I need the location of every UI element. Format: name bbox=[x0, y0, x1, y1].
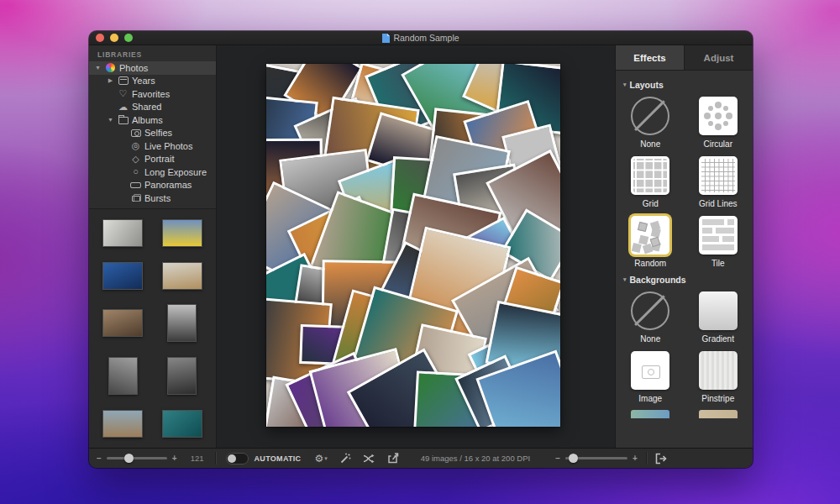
background-pinstripe[interactable]: Pinstripe bbox=[699, 351, 738, 403]
layout-grid[interactable]: Grid bbox=[631, 156, 669, 208]
grid-preview-icon bbox=[631, 156, 669, 195]
share-icon bbox=[387, 453, 399, 464]
photo-thumbnail[interactable] bbox=[162, 219, 202, 247]
bottom-toolbar: − + 121 AUTOMATIC ⚙ ▾ bbox=[89, 448, 753, 468]
shuffle-button[interactable] bbox=[363, 454, 375, 464]
tile-label: None bbox=[640, 139, 660, 149]
pinstripe-preview-icon bbox=[699, 351, 738, 390]
sidebar: LIBRARIES ▼Photos▶Years♡Favorites☁Shared… bbox=[89, 45, 217, 448]
sidebar-item-label: Panoramas bbox=[144, 180, 192, 190]
disclosure-triangle-icon[interactable]: ▼ bbox=[94, 65, 102, 71]
sidebar-item-bursts[interactable]: Bursts bbox=[89, 192, 216, 205]
sidebar-item-albums[interactable]: ▼Albums bbox=[89, 113, 216, 127]
photo-thumbnail[interactable] bbox=[108, 357, 138, 395]
photo-thumbnail[interactable] bbox=[167, 304, 197, 342]
tab-adjust[interactable]: Adjust bbox=[685, 45, 753, 70]
chevron-down-icon: ▾ bbox=[324, 455, 328, 462]
zoom-slider-knob[interactable] bbox=[124, 454, 134, 463]
background-gradient[interactable]: Gradient bbox=[699, 291, 738, 344]
zoom-in-button[interactable]: + bbox=[172, 454, 177, 463]
thumbnail-grid bbox=[89, 208, 216, 449]
toolbar-divider bbox=[646, 452, 647, 465]
effects-panel: Effects Adjust ▾ Layouts NoneCircularGri… bbox=[615, 45, 753, 448]
layouts-section-header[interactable]: ▾ Layouts bbox=[623, 80, 745, 90]
tile-label: Grid Lines bbox=[699, 199, 738, 208]
disclosure-triangle-icon[interactable]: ▼ bbox=[107, 117, 114, 123]
size-decrease-button[interactable]: − bbox=[555, 454, 560, 463]
sidebar-item-long-exposure[interactable]: ○Long Exposure bbox=[89, 165, 216, 179]
size-slider-knob[interactable] bbox=[569, 454, 578, 463]
collage-board bbox=[266, 64, 560, 427]
canvas-area bbox=[217, 45, 615, 448]
sidebar-item-label: Long Exposure bbox=[144, 167, 207, 177]
sidebar-item-portrait[interactable]: ◇Portrait bbox=[89, 153, 216, 166]
photo-thumbnail[interactable] bbox=[162, 410, 202, 438]
sidebar-item-label: Live Photos bbox=[144, 141, 192, 151]
live-icon: ◎ bbox=[130, 141, 141, 150]
tile-label: Grid bbox=[643, 199, 659, 208]
document-icon bbox=[382, 34, 390, 43]
zoom-button[interactable] bbox=[124, 34, 133, 42]
photo-thumbnail[interactable] bbox=[167, 357, 197, 395]
magic-wand-button[interactable] bbox=[339, 453, 351, 465]
libraries-header: LIBRARIES bbox=[89, 45, 216, 61]
sidebar-item-years[interactable]: ▶Years bbox=[89, 75, 216, 88]
automatic-toggle-knob[interactable] bbox=[228, 454, 236, 463]
layouts-grid: NoneCircularGridGrid LinesRandomTile bbox=[623, 97, 745, 268]
sidebar-item-label: Portrait bbox=[144, 154, 174, 164]
share-button[interactable] bbox=[387, 453, 399, 464]
close-button[interactable] bbox=[96, 34, 104, 42]
layout-tile[interactable]: Tile bbox=[699, 216, 738, 268]
zoom-percentage: 121 bbox=[191, 454, 204, 463]
layout-none[interactable]: None bbox=[631, 97, 669, 149]
sidebar-item-panoramas[interactable]: Panoramas bbox=[89, 179, 216, 192]
sidebar-item-live-photos[interactable]: ◎Live Photos bbox=[89, 139, 216, 153]
sidebar-item-favorites[interactable]: ♡Favorites bbox=[89, 87, 216, 101]
sidebar-item-label: Shared bbox=[132, 102, 161, 112]
panel-tabs: Effects Adjust bbox=[616, 45, 753, 71]
layout-grid-lines[interactable]: Grid Lines bbox=[699, 156, 738, 208]
photo-thumbnail[interactable] bbox=[102, 262, 143, 290]
random-preview-icon bbox=[631, 216, 669, 255]
photo-thumbnail[interactable] bbox=[102, 219, 143, 247]
gradient-preview-icon bbox=[699, 291, 738, 330]
panel-body: ▾ Layouts NoneCircularGridGrid LinesRand… bbox=[616, 71, 753, 448]
photo-thumbnail[interactable] bbox=[102, 309, 143, 337]
background-none[interactable]: None bbox=[631, 291, 669, 344]
export-button[interactable] bbox=[655, 453, 667, 465]
size-increase-button[interactable]: + bbox=[633, 454, 638, 463]
background-tile-partial[interactable] bbox=[699, 410, 738, 418]
tile-label: None bbox=[640, 334, 660, 344]
background-tile-partial[interactable] bbox=[631, 410, 669, 418]
size-slider[interactable] bbox=[565, 457, 627, 459]
tab-effects[interactable]: Effects bbox=[616, 45, 685, 70]
none-preview-icon bbox=[631, 97, 669, 135]
magic-wand-icon bbox=[339, 453, 351, 465]
disclosure-triangle-icon[interactable]: ▶ bbox=[107, 77, 114, 84]
toolbar-divider bbox=[215, 452, 216, 465]
app-window: Random Sample LIBRARIES ▼Photos▶Years♡Fa… bbox=[89, 31, 753, 468]
automatic-label: AUTOMATIC bbox=[255, 454, 302, 463]
title-bar[interactable]: Random Sample bbox=[89, 31, 753, 45]
sidebar-item-shared[interactable]: ☁Shared bbox=[89, 101, 216, 114]
settings-gears-button[interactable]: ⚙ ▾ bbox=[314, 453, 327, 465]
zoom-out-button[interactable]: − bbox=[97, 454, 102, 463]
background-image[interactable]: Image bbox=[631, 351, 669, 403]
sidebar-item-selfies[interactable]: Selfies bbox=[89, 127, 216, 140]
layout-random[interactable]: Random bbox=[631, 216, 669, 268]
sidebar-item-label: Selfies bbox=[144, 128, 172, 138]
backgrounds-grid-overflow bbox=[623, 410, 745, 418]
zoom-slider[interactable] bbox=[107, 457, 167, 459]
backgrounds-section-header[interactable]: ▾ Backgrounds bbox=[623, 275, 745, 285]
cube-icon: ◇ bbox=[130, 155, 141, 164]
sidebar-item-photos[interactable]: ▼Photos bbox=[89, 61, 216, 75]
photo-thumbnail[interactable] bbox=[162, 262, 202, 290]
layout-circular[interactable]: Circular bbox=[699, 97, 738, 149]
tile-label: Image bbox=[638, 394, 662, 403]
sidebar-item-label: Bursts bbox=[144, 193, 171, 203]
automatic-toggle[interactable] bbox=[226, 453, 249, 465]
photo-thumbnail[interactable] bbox=[102, 410, 143, 438]
traffic-lights bbox=[96, 34, 133, 42]
minimize-button[interactable] bbox=[110, 34, 118, 42]
panorama-icon bbox=[130, 182, 141, 188]
